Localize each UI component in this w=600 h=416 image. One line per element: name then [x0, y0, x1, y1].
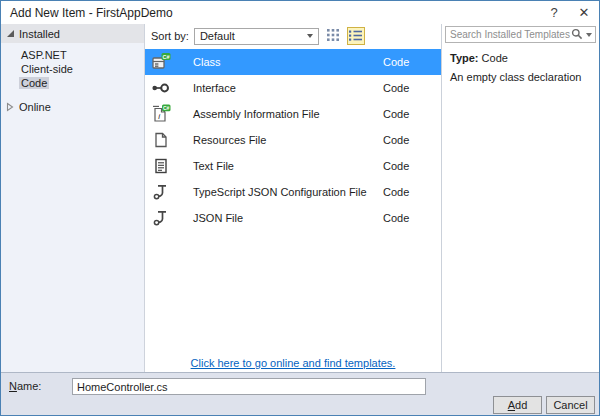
search-box: [445, 26, 596, 43]
template-item[interactable]: JSON File Code: [145, 205, 441, 231]
type-value: Code: [482, 52, 508, 64]
search-input[interactable]: [446, 27, 571, 42]
list-toolbar: Sort by: Default: [145, 25, 441, 47]
csharp-class-icon: C#: [151, 52, 171, 72]
svg-text:C#: C#: [162, 54, 169, 60]
dropdown-arrow-icon: [307, 34, 313, 38]
template-list-panel: Sort by: Default: [145, 24, 442, 372]
name-label: Name:: [9, 380, 41, 392]
type-label: Type:: [450, 52, 479, 64]
template-item[interactable]: Text File Code: [145, 153, 441, 179]
template-list: C# Class Code Interface Code iC# Assembl…: [145, 49, 441, 231]
tree-node-child[interactable]: ASP.NET: [1, 48, 144, 62]
search-controls[interactable]: [571, 28, 595, 42]
type-line: Type: Code: [450, 52, 591, 64]
list-view-button[interactable]: [347, 27, 365, 45]
csharp-file-icon: iC#: [151, 104, 171, 124]
template-item[interactable]: C# Class Code: [145, 49, 441, 75]
name-input[interactable]: [72, 378, 426, 395]
template-details: Type: Code An empty class declaration: [442, 43, 599, 92]
small-icons-view-icon: [327, 29, 339, 43]
installed-children: ASP.NETClient-sideCode: [1, 43, 144, 90]
title-bar: Add New Item - FirstAppDemo ? ✕: [1, 1, 599, 24]
search-icon: [571, 28, 583, 42]
json-file-icon: [151, 182, 171, 202]
file-icon: [151, 130, 171, 150]
window-controls: ? ✕: [539, 1, 599, 24]
svg-text:C#: C#: [163, 105, 170, 111]
category-tree: Installed ASP.NETClient-sideCode Online: [1, 24, 145, 372]
window-title: Add New Item - FirstAppDemo: [10, 6, 173, 20]
tree-node-child[interactable]: Code: [1, 76, 144, 90]
sort-by-value: Default: [200, 30, 235, 42]
sort-by-dropdown[interactable]: Default: [194, 28, 319, 45]
template-item[interactable]: Interface Code: [145, 75, 441, 101]
search-dropdown-arrow-icon: [586, 33, 592, 37]
help-button[interactable]: ?: [539, 1, 569, 24]
small-icons-view-button[interactable]: [324, 27, 342, 45]
template-description: An empty class declaration: [450, 71, 591, 83]
collapsed-triangle-icon: [6, 102, 14, 112]
find-templates-link[interactable]: Click here to go online and find templat…: [145, 357, 441, 369]
dialog-footer: Name: Add Cancel: [1, 373, 599, 415]
template-item[interactable]: TypeScript JSON Configuration File Code: [145, 179, 441, 205]
svg-text:i: i: [158, 112, 160, 121]
interface-icon: [151, 78, 171, 98]
list-view-icon: [349, 30, 362, 43]
tree-node-installed[interactable]: Installed: [1, 24, 144, 43]
dialog-body: Installed ASP.NETClient-sideCode Online …: [1, 24, 599, 373]
tree-node-child[interactable]: Client-side: [1, 62, 144, 76]
text-file-icon: [151, 156, 171, 176]
cancel-button[interactable]: Cancel: [546, 396, 595, 414]
expanded-triangle-icon: [6, 29, 15, 38]
details-panel: Type: Code An empty class declaration: [442, 24, 599, 372]
add-button[interactable]: Add: [493, 396, 542, 414]
close-button[interactable]: ✕: [569, 1, 599, 24]
tree-node-online[interactable]: Online: [1, 99, 144, 114]
tree-node-label: Online: [19, 101, 51, 113]
sort-by-label: Sort by:: [151, 30, 189, 42]
tree-node-label: Installed: [19, 28, 60, 40]
json-file-icon: [151, 208, 171, 228]
add-new-item-dialog: Add New Item - FirstAppDemo ? ✕ Installe…: [0, 0, 600, 416]
template-item[interactable]: Resources File Code: [145, 127, 441, 153]
template-item[interactable]: iC# Assembly Information File Code: [145, 101, 441, 127]
